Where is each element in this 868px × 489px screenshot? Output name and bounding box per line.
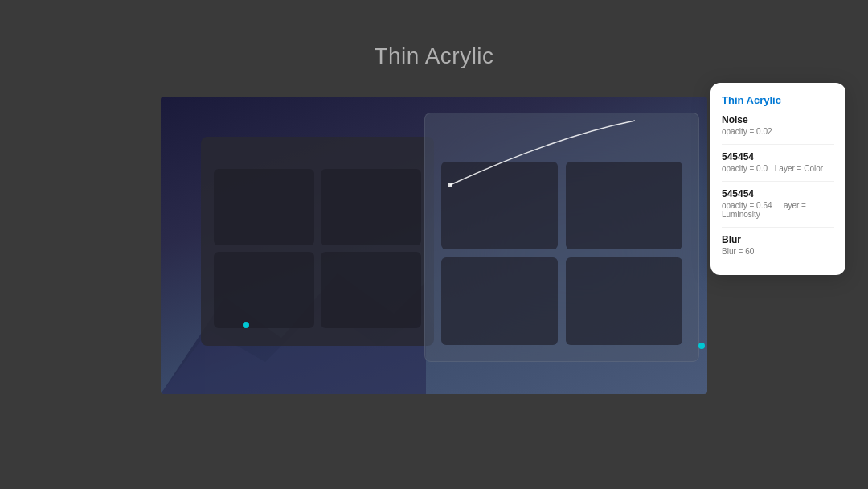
right-cell-4 [566, 257, 682, 345]
right-panel [424, 113, 699, 362]
right-cell-1 [441, 162, 558, 249]
right-cell-3 [441, 257, 558, 345]
left-panel [201, 137, 434, 346]
info-row-luminosity: 545454 opacity = 0.64 Layer = Luminosity [722, 188, 834, 219]
info-row-color-detail: opacity = 0.0 Layer = Color [722, 164, 834, 173]
info-row-noise-label: Noise [722, 114, 834, 125]
right-indicator-dot [698, 343, 705, 349]
left-cell-1 [214, 169, 314, 245]
right-cell-2 [566, 162, 682, 249]
info-row-luminosity-detail: opacity = 0.64 Layer = Luminosity [722, 201, 834, 219]
left-indicator-dot [243, 322, 249, 328]
divider-3 [722, 227, 834, 228]
left-panel-grid [201, 156, 434, 341]
info-row-noise-detail: opacity = 0.02 [722, 127, 834, 136]
info-card-title: Thin Acrylic [722, 94, 834, 106]
left-cell-3 [214, 252, 314, 328]
info-row-blur-detail: Blur = 60 [722, 247, 834, 256]
left-cell-4 [321, 252, 421, 328]
divider-1 [722, 144, 834, 145]
info-row-luminosity-label: 545454 [722, 188, 834, 199]
right-panel-grid [425, 113, 698, 361]
canvas-area [161, 97, 707, 394]
info-row-blur: Blur Blur = 60 [722, 234, 834, 256]
info-row-color: 545454 opacity = 0.0 Layer = Color [722, 151, 834, 173]
divider-2 [722, 181, 834, 182]
left-cell-2 [321, 169, 421, 245]
info-card: Thin Acrylic Noise opacity = 0.02 545454… [710, 83, 845, 275]
info-row-color-label: 545454 [722, 151, 834, 162]
info-row-blur-label: Blur [722, 234, 834, 245]
page-title: Thin Acrylic [0, 43, 868, 69]
info-row-noise: Noise opacity = 0.02 [722, 114, 834, 136]
